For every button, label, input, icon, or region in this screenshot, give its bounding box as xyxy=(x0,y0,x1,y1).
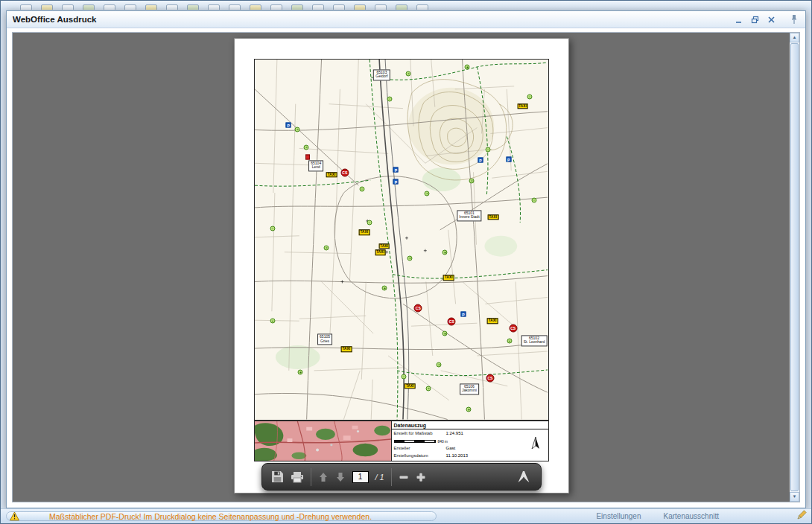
parking-marker[interactable]: P xyxy=(478,157,483,162)
print-info-title: Datenauszug xyxy=(392,421,548,429)
settings-link[interactable]: Einstellungen xyxy=(596,512,641,520)
restore-icon xyxy=(751,16,759,24)
station-marker[interactable] xyxy=(298,370,303,375)
top-toolbar[interactable] xyxy=(1,1,811,10)
vertical-scrollbar[interactable]: ▲ ▼ xyxy=(790,33,799,502)
save-button[interactable] xyxy=(271,470,284,483)
toolbar-icon-stub[interactable] xyxy=(104,4,115,10)
parking-marker[interactable]: P xyxy=(286,122,291,127)
toolbar-icon-stub[interactable] xyxy=(375,4,387,10)
taxi-stand-marker[interactable]: TAXI xyxy=(326,172,337,178)
close-button[interactable] xyxy=(766,14,777,25)
station-marker[interactable] xyxy=(295,127,300,132)
station-marker[interactable] xyxy=(466,407,472,412)
parking-marker[interactable]: P xyxy=(506,156,511,162)
toolbar-icon-stub[interactable] xyxy=(333,4,345,10)
minimize-button[interactable] xyxy=(733,14,744,25)
carsharing-marker[interactable]: CS xyxy=(448,318,456,326)
toolbar-icon-stub[interactable] xyxy=(145,4,157,10)
taxi-stand-marker[interactable]: TAXI xyxy=(487,214,498,220)
restore-button[interactable] xyxy=(749,14,761,25)
toolbar-icon-stub[interactable] xyxy=(83,4,95,10)
print-button[interactable] xyxy=(291,471,304,483)
toolbar-icon-stub[interactable] xyxy=(187,4,199,10)
toolbar-icon-stub[interactable] xyxy=(416,4,428,10)
station-marker[interactable] xyxy=(324,245,329,250)
parking-marker[interactable]: P xyxy=(393,167,399,172)
taxi-stand-marker[interactable]: TAXI xyxy=(517,103,528,109)
toolbar-icon-stub[interactable] xyxy=(41,4,53,10)
poi-marker[interactable] xyxy=(305,154,310,159)
station-marker[interactable] xyxy=(401,374,406,379)
toolbar-icon-stub[interactable] xyxy=(166,4,178,10)
station-marker[interactable] xyxy=(426,386,431,391)
station-marker[interactable] xyxy=(270,319,275,324)
zoom-out-button[interactable] xyxy=(399,472,409,482)
scroll-down-button[interactable]: ▼ xyxy=(790,492,799,502)
station-marker[interactable] xyxy=(469,178,475,183)
parking-marker[interactable]: P xyxy=(461,312,466,317)
pdf-viewer: PPPPPPTAXITAXITAXITAXITAXITAXITAXITAXITA… xyxy=(12,32,800,502)
adobe-reader-icon[interactable] xyxy=(516,470,532,484)
print-map: PPPPPPTAXITAXITAXITAXITAXITAXITAXITAXITA… xyxy=(254,59,549,421)
taxi-stand-marker[interactable]: TAXI xyxy=(358,230,369,236)
print-info-value: 1:24.951 xyxy=(446,431,463,437)
taxi-stand-marker[interactable]: TAXI xyxy=(375,250,386,256)
scroll-up-button[interactable]: ▲ xyxy=(790,33,799,42)
station-marker[interactable] xyxy=(382,286,387,291)
scale-bar-row: 840 m xyxy=(392,437,548,444)
toolbar-icon-stub[interactable] xyxy=(62,4,74,10)
taxi-stand-marker[interactable]: TAXI xyxy=(378,243,390,249)
carsharing-marker[interactable]: CS xyxy=(414,304,422,312)
station-marker[interactable] xyxy=(437,362,442,367)
district-label: 65106Jakomini xyxy=(460,383,479,394)
toolbar-icon-stub[interactable] xyxy=(208,4,220,10)
station-marker[interactable] xyxy=(425,191,430,196)
station-marker[interactable] xyxy=(443,250,448,255)
status-links: Einstellungen Kartenausschnitt xyxy=(596,512,719,520)
arrow-up-icon xyxy=(318,472,329,482)
station-marker[interactable] xyxy=(407,255,413,261)
station-marker[interactable] xyxy=(527,94,532,99)
vertical-scrollbar-thumb[interactable] xyxy=(790,43,799,491)
carsharing-marker[interactable]: CS xyxy=(509,325,517,333)
station-marker[interactable] xyxy=(443,331,448,336)
station-marker[interactable] xyxy=(406,71,411,76)
overview-map-thumbnail xyxy=(254,421,392,461)
carsharing-marker[interactable]: CS xyxy=(486,374,494,383)
station-marker[interactable] xyxy=(485,147,490,152)
toolbar-icon-stub[interactable] xyxy=(250,4,261,10)
toolbar-icon-stub[interactable] xyxy=(396,4,407,10)
previous-page-button[interactable] xyxy=(318,472,329,482)
toolbar-icon-stub[interactable] xyxy=(291,4,303,10)
pencil-icon[interactable] xyxy=(796,510,807,521)
station-marker[interactable] xyxy=(270,226,275,231)
station-marker[interactable] xyxy=(359,186,364,191)
station-marker[interactable] xyxy=(465,65,470,70)
next-page-button[interactable] xyxy=(335,472,346,482)
station-marker[interactable] xyxy=(531,197,536,202)
map-extent-link[interactable]: Kartenausschnitt xyxy=(664,512,720,520)
toolbar-icon-stub[interactable] xyxy=(270,4,282,10)
station-marker[interactable] xyxy=(304,144,309,150)
dialog-titlebar[interactable]: WebOffice Ausdruck xyxy=(7,11,805,28)
taxi-stand-marker[interactable]: TAXI xyxy=(487,319,498,325)
taxi-stand-marker[interactable]: TAXI xyxy=(405,383,416,389)
map-marker-layer: PPPPPPTAXITAXITAXITAXITAXITAXITAXITAXITA… xyxy=(255,60,548,420)
carsharing-marker[interactable]: CS xyxy=(340,169,349,177)
toolbar-icon-stub[interactable] xyxy=(229,4,241,10)
page-number-input[interactable] xyxy=(352,471,369,483)
toolbar-icon-stub[interactable] xyxy=(124,4,136,10)
taxi-stand-marker[interactable]: TAXI xyxy=(443,275,454,281)
taxi-stand-marker[interactable]: TAXI xyxy=(340,346,352,352)
toolbar-icon-stub[interactable] xyxy=(20,4,32,10)
station-marker[interactable] xyxy=(387,96,392,101)
toolbar-icon-stub[interactable] xyxy=(354,4,366,10)
station-marker[interactable] xyxy=(507,339,512,344)
parking-marker[interactable]: P xyxy=(393,179,399,184)
toolbar-icon-stub[interactable] xyxy=(312,4,324,10)
zoom-in-button[interactable] xyxy=(416,472,426,482)
pin-button[interactable] xyxy=(788,14,799,25)
print-info-row: Erstellt für Maßstab 1:24.951 xyxy=(392,429,548,437)
station-marker[interactable] xyxy=(367,220,372,225)
